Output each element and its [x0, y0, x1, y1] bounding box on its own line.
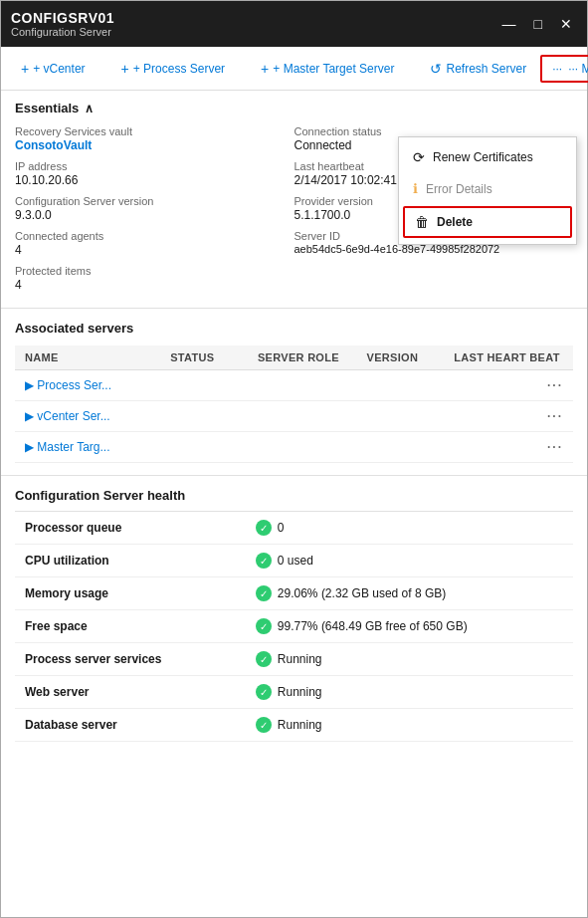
chevron-up-icon[interactable]: ∧: [85, 102, 94, 115]
master-target-row-name[interactable]: ▶ Master Targ...: [25, 440, 170, 454]
status-ok-icon-1: ✓: [256, 553, 272, 569]
plus-icon-3: +: [261, 61, 269, 77]
essentials-item-agents: Connected agents 4: [15, 230, 294, 257]
error-details-item[interactable]: ℹ Error Details: [399, 173, 576, 204]
table-header: NAME STATUS SERVER ROLE VERSION LAST HEA…: [15, 345, 573, 370]
delete-item[interactable]: 🗑 Delete: [403, 206, 572, 238]
col-role: SERVER ROLE: [258, 351, 367, 363]
health-row-process-services: Process server services ✓ Running: [15, 643, 573, 676]
status-ok-icon-3: ✓: [256, 618, 272, 634]
essentials-item-version: Configuration Server version 9.3.0.0: [15, 195, 294, 222]
cpu-utilization-value: ✓ 0 used: [256, 553, 563, 569]
maximize-button[interactable]: □: [529, 15, 547, 33]
close-button[interactable]: ✕: [555, 15, 577, 33]
table-row[interactable]: ▶ Process Ser... ···: [15, 370, 573, 401]
vcenter-button[interactable]: + + vCenter: [11, 55, 96, 83]
health-row-processor: Processor queue ✓ 0: [15, 512, 573, 545]
ellipsis-icon: ···: [552, 62, 562, 76]
essentials-item-ip: IP address 10.10.20.66: [15, 160, 294, 187]
memory-usage-label: Memory usage: [25, 586, 256, 600]
health-row-web-server: Web server ✓ Running: [15, 676, 573, 709]
database-server-value: ✓ Running: [256, 717, 563, 733]
window-subtitle: Configuration Server: [11, 26, 114, 38]
health-table: Processor queue ✓ 0 CPU utilization ✓ 0 …: [15, 511, 573, 742]
title-bar-left: CONFIGSRV01 Configuration Server: [11, 10, 114, 38]
status-ok-icon-4: ✓: [256, 651, 272, 667]
refresh-server-button[interactable]: ↺ Refresh Server: [420, 55, 536, 83]
associated-servers-section: Associated servers NAME STATUS SERVER RO…: [1, 309, 587, 463]
process-server-button[interactable]: + + Process Server: [111, 55, 236, 83]
info-icon: ℹ: [413, 181, 418, 196]
free-space-label: Free space: [25, 619, 256, 633]
toolbar: + + vCenter + + Process Server + + Maste…: [1, 47, 587, 91]
master-target-button[interactable]: + + Master Target Server: [251, 55, 404, 83]
health-row-database: Database server ✓ Running: [15, 709, 573, 742]
database-server-label: Database server: [25, 718, 256, 732]
process-server-row-name[interactable]: ▶ Process Ser...: [25, 378, 170, 392]
servers-table: NAME STATUS SERVER ROLE VERSION LAST HEA…: [15, 345, 573, 463]
vcenter-server-row-name[interactable]: ▶ vCenter Ser...: [25, 409, 170, 423]
health-title: Configuration Server health: [15, 488, 573, 503]
cpu-utilization-label: CPU utilization: [25, 554, 256, 568]
plus-icon: +: [21, 61, 29, 77]
master-target-ellipsis[interactable]: ···: [454, 440, 563, 454]
web-server-value: ✓ Running: [256, 684, 563, 700]
status-ok-icon-2: ✓: [256, 585, 272, 601]
health-section: Configuration Server health Processor qu…: [1, 476, 587, 742]
col-name: NAME: [25, 351, 170, 363]
health-row-cpu: CPU utilization ✓ 0 used: [15, 545, 573, 577]
dropdown-menu: ⟳ Renew Certificates ℹ Error Details 🗑 D…: [398, 136, 577, 245]
renew-icon: ⟳: [413, 149, 425, 165]
status-ok-icon-5: ✓: [256, 684, 272, 700]
web-server-label: Web server: [25, 685, 256, 699]
minimize-button[interactable]: —: [497, 15, 521, 33]
table-row[interactable]: ▶ vCenter Ser... ···: [15, 401, 573, 432]
title-bar: CONFIGSRV01 Configuration Server — □ ✕: [1, 1, 587, 47]
status-ok-icon-6: ✓: [256, 717, 272, 733]
health-row-freespace: Free space ✓ 99.77% (648.49 GB free of 6…: [15, 610, 573, 643]
free-space-value: ✓ 99.77% (648.49 GB free of 650 GB): [256, 618, 563, 634]
col-status: STATUS: [170, 351, 258, 363]
process-server-services-label: Process server services: [25, 652, 256, 666]
refresh-icon: ↺: [430, 61, 442, 77]
process-server-services-value: ✓ Running: [256, 651, 563, 667]
col-heartbeat: LAST HEART BEAT: [454, 351, 563, 363]
essentials-item-protected: Protected items 4: [15, 265, 294, 292]
essentials-header: Essentials ∧: [15, 101, 573, 115]
memory-usage-value: ✓ 29.06% (2.32 GB used of 8 GB): [256, 585, 563, 601]
status-ok-icon-0: ✓: [256, 520, 272, 536]
processor-queue-label: Processor queue: [25, 521, 256, 535]
essentials-item-vault: Recovery Services vault ConsotoVault: [15, 125, 294, 152]
more-button[interactable]: ··· ··· More: [540, 55, 588, 83]
window-controls: — □ ✕: [497, 15, 577, 33]
plus-icon-2: +: [121, 61, 129, 77]
essentials-col-1: Recovery Services vault ConsotoVault IP …: [15, 125, 294, 300]
delete-icon: 🗑: [415, 214, 429, 230]
table-row[interactable]: ▶ Master Targ... ···: [15, 432, 573, 463]
health-row-memory: Memory usage ✓ 29.06% (2.32 GB used of 8…: [15, 577, 573, 610]
associated-servers-title: Associated servers: [15, 321, 573, 336]
process-server-ellipsis[interactable]: ···: [454, 378, 563, 392]
window-title: CONFIGSRV01: [11, 10, 114, 26]
col-version: VERSION: [367, 351, 455, 363]
renew-certificates-item[interactable]: ⟳ Renew Certificates: [399, 141, 576, 173]
vcenter-server-ellipsis[interactable]: ···: [454, 409, 563, 423]
processor-queue-value: ✓ 0: [256, 520, 563, 536]
